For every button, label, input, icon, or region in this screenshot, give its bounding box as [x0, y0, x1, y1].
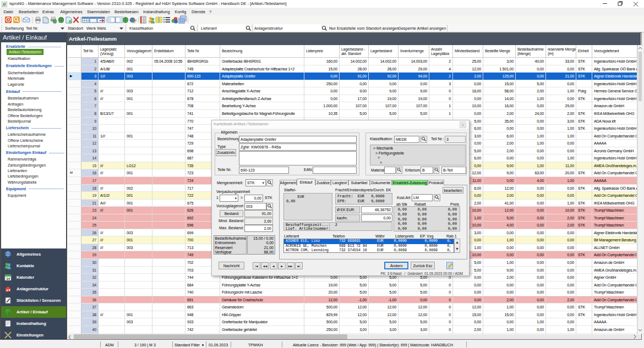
svg-text:14: 14	[6, 277, 10, 280]
